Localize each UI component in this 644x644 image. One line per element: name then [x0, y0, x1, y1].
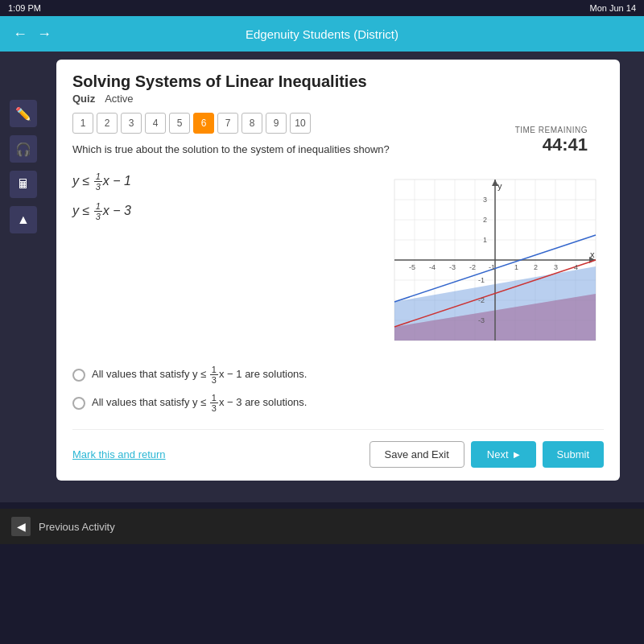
svg-text:-1: -1: [478, 276, 485, 284]
q-num-7[interactable]: 7: [217, 113, 238, 134]
svg-text:-3: -3: [449, 263, 456, 271]
question-area: y ≤ 13x − 1 y ≤ 13x − 3: [72, 171, 604, 349]
nav-bar: ← → Edgenuity Students (District): [0, 16, 644, 52]
q-num-2[interactable]: 2: [97, 113, 118, 134]
svg-text:3: 3: [554, 263, 558, 271]
submit-button[interactable]: Submit: [543, 441, 604, 468]
quiz-status: Active: [105, 93, 133, 105]
svg-text:1: 1: [514, 263, 518, 271]
status-bar: 1:09 PM Mon Jun 14: [0, 0, 644, 16]
radio-1[interactable]: [72, 369, 85, 382]
q-num-9[interactable]: 9: [266, 113, 287, 134]
inequality-1: y ≤ 13x − 1: [72, 171, 362, 192]
q-num-4[interactable]: 4: [145, 113, 166, 134]
svg-text:-3: -3: [478, 316, 485, 324]
quiz-card: Solving Systems of Linear Inequalities Q…: [56, 60, 620, 481]
graph-container: y x -5 -4 -3 -2 -1 1 2 3 4 3 2 1 -1: [378, 171, 604, 349]
bottom-bar: ◀ Previous Activity: [0, 509, 644, 544]
previous-activity-arrow[interactable]: ◀: [11, 517, 31, 536]
nav-arrows: ← →: [13, 26, 52, 43]
next-button[interactable]: Next: [471, 441, 536, 468]
q-num-6[interactable]: 6: [193, 113, 214, 134]
left-sidebar: ✏️ 🎧 🖩 ▲: [10, 100, 37, 233]
status-date: Mon Jun 14: [590, 3, 636, 13]
forward-arrow[interactable]: →: [37, 26, 52, 43]
q-num-3[interactable]: 3: [121, 113, 142, 134]
quiz-meta: Quiz Active: [72, 93, 604, 105]
save-exit-button[interactable]: Save and Exit: [369, 441, 464, 468]
footer-buttons: Mark this and return Save and Exit Next …: [72, 429, 604, 468]
calculator-icon[interactable]: 🖩: [10, 171, 37, 198]
quiz-label: Quiz: [72, 93, 95, 105]
svg-text:-5: -5: [409, 263, 415, 271]
svg-text:y: y: [497, 181, 502, 191]
question-left: y ≤ 13x − 1 y ≤ 13x − 3: [72, 171, 362, 349]
arrow-up-icon[interactable]: ▲: [10, 206, 37, 233]
answer-option-2[interactable]: All values that satisfy y ≤ 13x − 3 are …: [72, 393, 604, 413]
q-num-5[interactable]: 5: [169, 113, 190, 134]
svg-text:-4: -4: [429, 263, 436, 271]
svg-text:x: x: [590, 250, 595, 259]
quiz-title: Solving Systems of Linear Inequalities: [72, 72, 604, 91]
status-time: 1:09 PM: [8, 3, 41, 13]
headphones-icon[interactable]: 🎧: [10, 135, 37, 163]
svg-text:2: 2: [534, 263, 538, 271]
svg-text:4: 4: [574, 263, 578, 271]
inequality-2: y ≤ 13x − 3: [72, 201, 362, 221]
main-content: ✏️ 🎧 🖩 ▲ Solving Systems of Linear Inequ…: [0, 52, 644, 502]
graph-svg: y x -5 -4 -3 -2 -1 1 2 3 4 3 2 1 -1: [378, 171, 604, 349]
q-num-10[interactable]: 10: [290, 113, 311, 134]
time-remaining: TIME REMAINING 44:41: [515, 126, 588, 155]
time-label: TIME REMAINING: [515, 126, 588, 134]
previous-activity-label: Previous Activity: [39, 521, 115, 533]
mark-return-link[interactable]: Mark this and return: [72, 448, 166, 460]
answer-options: All values that satisfy y ≤ 13x − 1 are …: [72, 365, 604, 413]
pencil-icon[interactable]: ✏️: [10, 100, 37, 127]
q-num-8[interactable]: 8: [242, 113, 262, 134]
nav-title: Edgenuity Students (District): [246, 27, 398, 41]
back-arrow[interactable]: ←: [13, 26, 27, 43]
answer-option-1[interactable]: All values that satisfy y ≤ 13x − 1 are …: [72, 365, 604, 385]
svg-text:-2: -2: [469, 263, 476, 271]
svg-text:-2: -2: [478, 296, 485, 304]
time-value: 44:41: [515, 134, 588, 155]
svg-text:2: 2: [483, 216, 487, 224]
footer-right: Save and Exit Next Submit: [369, 441, 604, 468]
answer-text-1: All values that satisfy y ≤ 13x − 1 are …: [92, 365, 307, 385]
q-num-1[interactable]: 1: [72, 113, 93, 134]
svg-text:1: 1: [483, 236, 487, 244]
svg-text:-1: -1: [489, 263, 495, 271]
answer-text-2: All values that satisfy y ≤ 13x − 3 are …: [92, 393, 307, 413]
svg-text:3: 3: [483, 196, 487, 204]
radio-2[interactable]: [72, 397, 85, 410]
